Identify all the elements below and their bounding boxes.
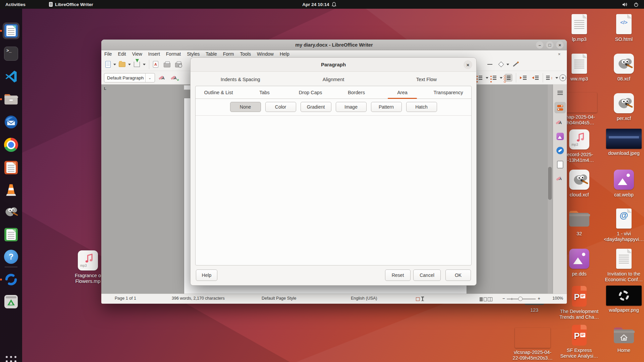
fill-pattern-button[interactable]: Pattern [371, 102, 402, 112]
dock-vscode[interactable] [3, 68, 19, 85]
dock-gimp[interactable] [3, 203, 19, 220]
desktop-icon-08-xcf[interactable]: 08.xcf [602, 53, 644, 82]
ok-button[interactable]: OK [445, 269, 471, 281]
status-page-style[interactable]: Default Page Style [262, 296, 297, 301]
tab-outline-list[interactable]: Outline & List [196, 86, 241, 99]
basic-shapes-button[interactable] [497, 60, 505, 68]
help-button[interactable]: Help [196, 269, 217, 281]
insert-horizontal-line-button[interactable] [486, 60, 494, 68]
line-spacing-button[interactable]: ↕ [545, 74, 553, 82]
desktop-icon-per-xcf[interactable]: per.xcf [602, 93, 644, 121]
shapes-dropdown-icon[interactable] [506, 64, 509, 65]
tab-borders[interactable]: Borders [333, 86, 379, 99]
combo-dropdown-icon[interactable]: ⌄ [145, 73, 154, 82]
zoom-slider[interactable]: −+ [502, 296, 540, 301]
dock-files[interactable] [3, 91, 19, 108]
clone-formatting-button[interactable]: A [159, 74, 167, 82]
ordered-list-button[interactable] [490, 74, 498, 82]
status-language[interactable]: English (USA) [351, 296, 377, 301]
minimize-button[interactable]: – [536, 41, 543, 49]
menu-form[interactable]: Form [220, 51, 237, 57]
unordered-list-button[interactable] [476, 74, 484, 82]
menu-edit[interactable]: Edit [115, 51, 129, 57]
tab-text-flow[interactable]: Text Flow [380, 74, 473, 85]
draw-functions-button[interactable] [511, 60, 519, 68]
desktop-icon-wallpaper-png[interactable]: wallpaper.png [602, 286, 644, 313]
dock-vlc[interactable] [3, 181, 19, 198]
close-button[interactable]: × [556, 41, 564, 49]
menu-window[interactable]: Window [254, 51, 277, 57]
sidebar-page-icon[interactable] [554, 159, 566, 170]
desktop-icon-download-jpeg[interactable]: download.jpeg [602, 129, 644, 156]
export-pdf-button[interactable] [152, 60, 160, 68]
fill-color-button[interactable]: Color [265, 102, 296, 112]
menu-format[interactable]: Format [163, 51, 184, 57]
close-document-icon[interactable]: × [555, 52, 564, 57]
save-dropdown-icon[interactable] [143, 64, 146, 65]
desktop-icon-sf-express-pptx[interactable]: P SF Express Service Analysi… [557, 324, 601, 359]
tab-area[interactable]: Area [379, 86, 425, 99]
menu-styles[interactable]: Styles [184, 51, 203, 57]
cancel-button[interactable]: Cancel [413, 269, 441, 281]
tab-stop-indicator[interactable]: L [104, 86, 106, 90]
vertical-scrollbar[interactable] [548, 84, 552, 294]
dock-help[interactable]: ? [3, 248, 19, 265]
dock-libreoffice-impress[interactable] [3, 159, 19, 176]
list-dropdown-icon[interactable] [486, 77, 488, 79]
sidebar-properties-icon[interactable] [554, 102, 566, 113]
desktop-icon-home[interactable]: Home [602, 324, 644, 353]
appmenu-button[interactable]: LibreOffice Writer [49, 2, 93, 7]
tab-alignment[interactable]: Alignment [287, 74, 380, 85]
menu-table[interactable]: Table [203, 51, 220, 57]
tab-drop-caps[interactable]: Drop Caps [287, 86, 333, 99]
tab-tabs[interactable]: Tabs [241, 86, 287, 99]
view-layout-icons[interactable] [480, 297, 493, 301]
menu-view[interactable]: View [129, 51, 145, 57]
maximize-button[interactable]: □ [546, 41, 553, 49]
menu-insert[interactable]: Insert [145, 51, 163, 57]
dock-software-updater[interactable] [3, 271, 19, 288]
dock-libreoffice-calc[interactable] [3, 226, 19, 243]
dock-libreoffice-writer[interactable] [3, 22, 19, 39]
tab-indents-spacing[interactable]: Indents & Spacing [194, 74, 287, 85]
tab-transparency[interactable]: Transparency [425, 86, 471, 99]
dock-thunderbird[interactable] [3, 114, 19, 130]
scrollbar-thumb[interactable] [548, 167, 552, 200]
sidebar-navigator-icon[interactable] [554, 145, 566, 156]
clock-button[interactable]: Apr 24 10:14 [302, 2, 336, 7]
menu-file[interactable]: File [101, 51, 115, 57]
desktop-icon-invitation-doc[interactable]: Invitation to the Economic Conf… [602, 248, 644, 283]
dock-terminal[interactable]: >_ [3, 45, 19, 62]
menu-tools[interactable]: Tools [237, 51, 254, 57]
desktop-icon-vlcsnap-photo[interactable]: vlcsnap-2025-04- 22-09h45m20s3… [511, 328, 554, 361]
new-dropdown-icon[interactable] [113, 64, 116, 65]
reset-button[interactable]: Reset [385, 269, 411, 281]
update-style-button[interactable]: A [171, 74, 179, 82]
selection-mode-icon[interactable] [416, 297, 423, 302]
desktop-icon-lp-mp3[interactable]: lp.mp3 [557, 13, 601, 42]
dock-app-grid[interactable] [3, 353, 19, 362]
save-button[interactable] [133, 60, 141, 68]
dock-trash[interactable] [3, 293, 19, 310]
toolbar-overflow-button[interactable]: » [559, 74, 567, 82]
spacing-dropdown-icon[interactable] [555, 77, 558, 79]
print-preview-button[interactable] [174, 60, 182, 68]
dock-chrome[interactable] [3, 136, 19, 153]
open-dropdown-icon[interactable] [128, 64, 131, 65]
sidebar-style-inspector-icon[interactable]: A [554, 173, 566, 184]
print-button[interactable] [163, 60, 171, 68]
zoom-level[interactable]: 100% [552, 296, 563, 301]
new-document-button[interactable] [104, 60, 112, 68]
fill-gradient-button[interactable]: Gradient [301, 102, 331, 112]
status-page-count[interactable]: Page 1 of 1 [115, 296, 136, 301]
menu-help[interactable]: Help [277, 51, 292, 57]
dialog-titlebar[interactable]: Paragraph × [191, 58, 476, 72]
desktop-icon-cat-webp[interactable]: cat.webp [602, 169, 644, 198]
increase-indent-button[interactable] [519, 74, 527, 82]
numbered-dropdown-icon[interactable] [500, 77, 502, 79]
fill-image-button[interactable]: Image [336, 102, 367, 112]
desktop-icon-vivi-email[interactable]: @ 1 - vivi <daydayhappyvi… [602, 208, 644, 242]
status-word-count[interactable]: 396 words, 2,170 characters [172, 296, 225, 301]
system-status-area[interactable] [622, 2, 639, 7]
activities-button[interactable]: Activities [5, 2, 25, 7]
